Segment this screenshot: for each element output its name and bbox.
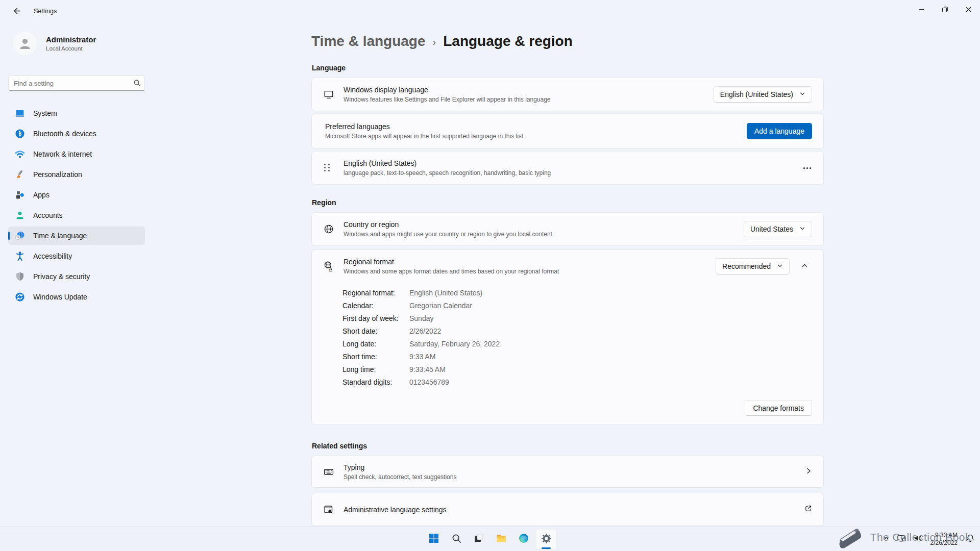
- taskbar: 9:33 AM 2/26/2022: [0, 527, 980, 551]
- search-icon: [451, 533, 462, 546]
- personalization-icon: [15, 169, 25, 180]
- task-view-icon: [473, 533, 484, 546]
- country-region-title: Country or region: [344, 220, 744, 229]
- time-language-icon: [15, 231, 25, 241]
- display-language-dropdown[interactable]: English (United States): [714, 86, 812, 103]
- typing-card[interactable]: Typing Spell check, autocorrect, text su…: [311, 456, 824, 488]
- apps-icon: [15, 190, 25, 200]
- keyboard-icon: [323, 466, 334, 478]
- edge-icon: [518, 533, 529, 546]
- network-icon: [15, 149, 25, 159]
- task-view-button[interactable]: [469, 529, 489, 549]
- admin-language-title: Administrative language settings: [344, 506, 804, 514]
- bluetooth-icon: [15, 129, 25, 139]
- change-formats-button[interactable]: Change formats: [745, 400, 812, 416]
- add-language-button[interactable]: Add a language: [747, 123, 812, 139]
- hidden-icons-button[interactable]: [881, 532, 892, 547]
- gear-icon: [541, 533, 552, 546]
- sidebar-item-bluetooth[interactable]: Bluetooth & devices: [8, 124, 145, 143]
- monitor-icon: [323, 89, 334, 100]
- windows-update-icon: [15, 292, 25, 302]
- breadcrumb-parent[interactable]: Time & language: [311, 32, 426, 51]
- sidebar-item-apps[interactable]: Apps: [8, 186, 145, 204]
- admin-language-card[interactable]: Administrative language settings: [311, 493, 824, 526]
- user-account[interactable]: Administrator Local Account: [13, 32, 145, 55]
- windows-logo-icon: [428, 533, 439, 546]
- breadcrumb-separator-icon: ›: [433, 31, 436, 52]
- sidebar-item-windows-update[interactable]: Windows Update: [8, 288, 145, 306]
- regional-format-card: A Regional format Windows and some apps …: [311, 249, 824, 424]
- display-language-description: Windows features like Settings and File …: [344, 96, 714, 103]
- country-region-card: Country or region Windows and apps might…: [311, 212, 824, 246]
- taskbar-search-button[interactable]: [446, 529, 467, 549]
- globe-icon: [323, 223, 334, 235]
- language-item-card: English (United States) language pack, t…: [311, 151, 824, 185]
- chevron-down-icon: [777, 262, 783, 270]
- detail-row: Standard digits:0123456789: [342, 376, 812, 389]
- sidebar-nav: System Bluetooth & devices Network & int…: [8, 104, 145, 306]
- sidebar-item-label: Personalization: [33, 170, 82, 179]
- preferred-languages-title: Preferred languages: [325, 122, 747, 131]
- chevron-down-icon: [799, 90, 805, 98]
- typing-title: Typing: [344, 463, 805, 471]
- detail-row: Regional format:English (United States): [342, 287, 812, 299]
- back-arrow-icon: [12, 7, 21, 17]
- sidebar-item-label: Network & internet: [33, 150, 92, 158]
- network-tray-button[interactable]: [895, 531, 908, 548]
- detail-row: Long time:9:33:45 AM: [342, 363, 812, 376]
- chevron-right-icon: [805, 467, 812, 477]
- detail-row: Short date:2/26/2022: [342, 325, 812, 338]
- taskbar-clock[interactable]: 9:33 AM 2/26/2022: [927, 532, 961, 547]
- sidebar-item-network[interactable]: Network & internet: [8, 145, 145, 163]
- more-options-icon[interactable]: [802, 163, 812, 173]
- edge-browser-button[interactable]: [513, 529, 534, 549]
- volume-tray-button[interactable]: [911, 531, 924, 548]
- file-explorer-icon: [496, 533, 507, 546]
- chevron-down-icon: [799, 225, 805, 233]
- restore-button[interactable]: [933, 0, 957, 18]
- sidebar-item-label: System: [33, 109, 57, 117]
- back-button[interactable]: [7, 4, 26, 19]
- tray-date: 2/26/2022: [930, 539, 958, 547]
- sidebar-item-label: Privacy & security: [33, 272, 90, 281]
- close-button[interactable]: [957, 0, 980, 18]
- file-explorer-button[interactable]: [491, 529, 511, 549]
- chevron-up-icon: [883, 535, 890, 544]
- system-tray: 9:33 AM 2/26/2022: [881, 527, 977, 551]
- collapse-expander-button[interactable]: [797, 259, 812, 274]
- minimize-button[interactable]: [910, 0, 933, 18]
- display-language-title: Windows display language: [344, 86, 714, 94]
- detail-row: Calendar:Gregorian Calendar: [342, 299, 812, 312]
- settings-taskbar-button[interactable]: [536, 529, 556, 549]
- section-label-related: Related settings: [312, 442, 824, 450]
- country-region-dropdown[interactable]: United States: [744, 221, 812, 237]
- breadcrumb: Time & language › Language & region: [311, 31, 824, 52]
- sidebar-item-accounts[interactable]: Accounts: [8, 206, 145, 224]
- regional-format-title: Regional format: [344, 258, 716, 266]
- main-content: Time & language › Language & region Lang…: [153, 24, 980, 527]
- start-button[interactable]: [424, 529, 444, 549]
- system-icon: [15, 108, 25, 118]
- regional-format-description: Windows and some apps format dates and t…: [344, 268, 716, 275]
- country-region-description: Windows and apps might use your country …: [344, 231, 744, 238]
- regional-format-dropdown[interactable]: Recommended: [716, 258, 790, 274]
- drag-handle-icon[interactable]: [324, 163, 331, 173]
- sidebar-item-privacy[interactable]: Privacy & security: [8, 267, 145, 286]
- preferred-languages-card: Preferred languages Microsoft Store apps…: [311, 114, 824, 148]
- language-item-title: English (United States): [344, 159, 802, 167]
- detail-row: Short time:9:33 AM: [342, 350, 812, 363]
- sidebar-item-personalization[interactable]: Personalization: [8, 165, 145, 184]
- detail-row: Long date:Saturday, February 26, 2022: [342, 338, 812, 350]
- section-label-region: Region: [312, 198, 824, 207]
- sidebar-item-time-language[interactable]: Time & language: [8, 227, 145, 245]
- notifications-button[interactable]: [964, 531, 977, 548]
- app-title: Settings: [34, 8, 57, 15]
- search-input[interactable]: [8, 76, 145, 91]
- privacy-shield-icon: [15, 271, 25, 282]
- page-title: Language & region: [443, 32, 573, 51]
- avatar: [13, 32, 37, 55]
- sidebar-item-label: Time & language: [33, 232, 87, 240]
- sidebar-item-system[interactable]: System: [8, 104, 145, 122]
- sidebar-item-label: Accounts: [33, 211, 63, 219]
- sidebar-item-accessibility[interactable]: Accessibility: [8, 247, 145, 265]
